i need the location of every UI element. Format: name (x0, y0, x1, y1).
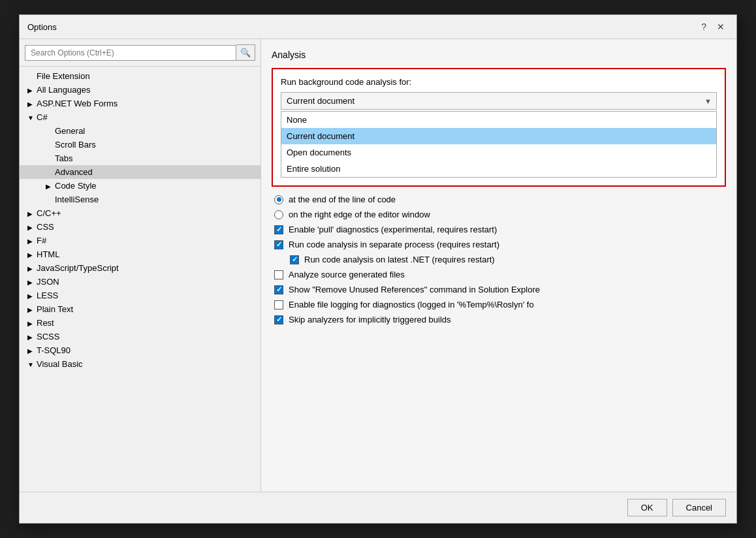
tree-item-label: SCSS (37, 332, 59, 341)
tree-item-label: Code Style (55, 181, 97, 191)
analysis-dropdown[interactable]: Current document (281, 92, 717, 110)
sidebar-item-json[interactable]: ▶JSON (20, 275, 260, 289)
title-bar: Options ? ✕ (20, 15, 736, 39)
sidebar-item-plain-text[interactable]: ▶Plain Text (20, 302, 260, 316)
radio-label-right-edge: on the right edge of the editor window (289, 210, 430, 219)
checkbox-label-source-generated: Analyze source generated files (289, 270, 405, 279)
tree-arrow-icon: ▶ (27, 210, 35, 217)
tree-arrow-icon: ▶ (27, 265, 35, 272)
sidebar-item-tsql90[interactable]: ▶T-SQL90 (20, 343, 260, 357)
sidebar-item-csharp-tabs[interactable]: Tabs (20, 151, 260, 165)
sidebar-item-aspnet-web-forms[interactable]: ▶ASP.NET Web Forms (20, 97, 260, 110)
checkbox-latest-dotnet[interactable]: ✓ (290, 255, 299, 264)
tree-arrow-icon: ▶ (27, 87, 35, 94)
search-input[interactable] (25, 45, 236, 61)
checkbox-skip-analyzers[interactable]: ✓ (274, 315, 283, 324)
sidebar-item-csharp-advanced[interactable]: Advanced (20, 165, 260, 179)
options-dialog: Options ? ✕ 🔍 File Extension▶All Languag… (19, 14, 737, 524)
tree-item-label: ASP.NET Web Forms (37, 99, 118, 108)
tree-item-label: HTML (37, 249, 59, 259)
dropdown-option-current-document[interactable]: Current document (281, 128, 716, 144)
left-panel: 🔍 File Extension▶All Languages▶ASP.NET W… (20, 39, 261, 492)
sidebar-item-css[interactable]: ▶CSS (20, 220, 260, 234)
sidebar-item-csharp-codestyle[interactable]: ▶Code Style (20, 179, 260, 193)
tree-item-label: All Languages (37, 85, 90, 95)
sidebar-item-fsharp[interactable]: ▶F# (20, 234, 260, 247)
tree-arrow-icon: ▶ (27, 101, 35, 108)
section-title: Analysis (272, 50, 726, 60)
tree-item-label: C# (37, 112, 48, 122)
checkbox-source-generated[interactable] (274, 270, 283, 279)
dropdown-option-entire-solution[interactable]: Entire solution (281, 161, 716, 177)
tree-arrow-icon: ▼ (27, 361, 35, 368)
sidebar-item-all-languages[interactable]: ▶All Languages (20, 83, 260, 97)
sidebar-item-csharp-general[interactable]: General (20, 124, 260, 138)
checkbox-label-separate-process: Run code analysis in separate process (r… (289, 240, 499, 249)
tree-arrow-icon: ▶ (27, 347, 35, 355)
checkbox-row-pull-diagnostics: ✓Enable 'pull' diagnostics (experimental… (272, 225, 726, 234)
tree-arrow-icon: ▶ (27, 334, 35, 341)
tree-item-label: T-SQL90 (37, 345, 71, 355)
tree-arrow-icon: ▶ (27, 251, 35, 259)
checkbox-file-logging[interactable] (274, 300, 283, 309)
dialog-title: Options (27, 22, 57, 32)
close-button[interactable]: ✕ (713, 20, 729, 33)
checkbox-remove-unused-refs[interactable]: ✓ (274, 285, 283, 294)
tree-item-label: Scroll Bars (55, 140, 96, 150)
tree-item-label: IntelliSense (55, 195, 99, 204)
search-icon-button[interactable]: 🔍 (236, 44, 255, 61)
right-scroll: Analysis Run background code analysis fo… (261, 39, 736, 492)
tree-item-label: Advanced (55, 167, 93, 177)
radio-right-edge[interactable] (274, 210, 283, 219)
sidebar-item-file-extension[interactable]: File Extension (20, 69, 260, 83)
checkbox-pull-diagnostics[interactable]: ✓ (274, 225, 283, 234)
sidebar-item-cpp[interactable]: ▶C/C++ (20, 206, 260, 220)
radio-end-of-line[interactable] (274, 195, 283, 204)
sidebar-item-js-ts[interactable]: ▶JavaScript/TypeScript (20, 261, 260, 275)
tree-item-label: General (55, 126, 85, 136)
radio-label-end-of-line: at the end of the line of code (289, 195, 396, 204)
sidebar-item-csharp-scrollbars[interactable]: Scroll Bars (20, 138, 260, 151)
tree: File Extension▶All Languages▶ASP.NET Web… (20, 67, 260, 492)
checkbox-separate-process[interactable]: ✓ (274, 240, 283, 249)
help-button[interactable]: ? (697, 20, 710, 33)
dialog-body: 🔍 File Extension▶All Languages▶ASP.NET W… (20, 39, 736, 492)
checkbox-label-latest-dotnet: Run code analysis on latest .NET (requir… (304, 255, 495, 264)
dropdown-option-none[interactable]: None (281, 112, 716, 128)
right-panel: Analysis Run background code analysis fo… (261, 39, 736, 492)
tree-arrow-icon: ▶ (27, 238, 35, 245)
dropdown-container: Current document ▼ (281, 92, 717, 110)
dropdown-option-open-documents[interactable]: Open documents (281, 144, 716, 161)
cancel-button[interactable]: Cancel (672, 499, 726, 516)
ok-button[interactable]: OK (627, 499, 667, 516)
analysis-box-label: Run background code analysis for: (281, 77, 717, 87)
tree-arrow-icon: ▶ (27, 293, 35, 300)
tree-item-label: C/C++ (37, 208, 61, 218)
title-bar-buttons: ? ✕ (697, 20, 729, 33)
analysis-box: Run background code analysis for: Curren… (272, 68, 726, 187)
tree-arrow-icon: ▶ (27, 306, 35, 313)
checkbox-label-pull-diagnostics: Enable 'pull' diagnostics (experimental,… (289, 225, 497, 234)
tree-arrow-icon: ▶ (27, 224, 35, 231)
tree-item-label: JavaScript/TypeScript (37, 263, 119, 273)
search-bar: 🔍 (20, 39, 260, 67)
tree-item-label: F# (37, 236, 46, 245)
tree-item-label: Plain Text (37, 304, 73, 314)
sidebar-item-scss[interactable]: ▶SCSS (20, 330, 260, 343)
dialog-footer: OK Cancel (20, 492, 736, 523)
sidebar-item-rest[interactable]: ▶Rest (20, 316, 260, 330)
sidebar-item-html[interactable]: ▶HTML (20, 247, 260, 261)
sidebar-item-csharp-intellisense[interactable]: IntelliSense (20, 193, 260, 206)
checkbox-row-source-generated: Analyze source generated files (272, 270, 726, 279)
sidebar-item-visual-basic[interactable]: ▼Visual Basic (20, 357, 260, 371)
checkbox-label-skip-analyzers: Skip analyzers for implicitly triggered … (289, 315, 451, 324)
tree-item-label: CSS (37, 222, 54, 232)
tree-item-label: Rest (37, 318, 54, 328)
checkbox-label-remove-unused-refs: Show "Remove Unused References" command … (289, 285, 540, 294)
checkbox-row-skip-analyzers: ✓Skip analyzers for implicitly triggered… (272, 315, 726, 324)
sidebar-item-less[interactable]: ▶LESS (20, 289, 260, 302)
sidebar-item-csharp[interactable]: ▼C# (20, 110, 260, 124)
checkbox-row-remove-unused-refs: ✓Show "Remove Unused References" command… (272, 285, 726, 294)
checkbox-row-latest-dotnet: ✓Run code analysis on latest .NET (requi… (272, 255, 726, 264)
radio-row-end-of-line: at the end of the line of code (272, 195, 726, 204)
